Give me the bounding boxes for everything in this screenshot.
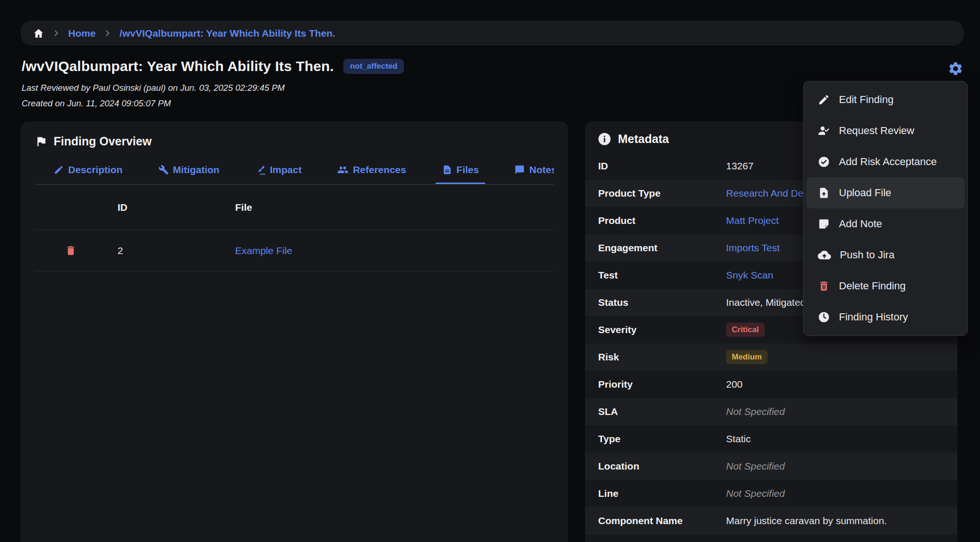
severity-badge: Critical [726, 323, 765, 337]
breadcrumb-page-link[interactable]: /wvVIQalbumpart: Year Which Ability Its … [119, 28, 335, 39]
chevron-right-icon [103, 29, 112, 38]
wrench-icon [158, 165, 169, 175]
circle-check-icon [818, 156, 830, 168]
row-value: 13267 [726, 160, 753, 172]
row-label: Status [598, 297, 726, 308]
title-row: /wvVIQalbumpart: Year Which Ability Its … [22, 58, 783, 74]
menu-item-request-review[interactable]: Request Review [804, 115, 967, 146]
menu-item-label: Upload File [839, 187, 891, 199]
row-label: Engagement [598, 242, 726, 254]
menu-item-add-note[interactable]: Add Note [804, 208, 967, 239]
row-value: Inactive, Mitigated [726, 297, 806, 308]
chevron-right-icon [52, 29, 61, 38]
metadata-row-sla: SLA Not Specified [585, 398, 957, 425]
page-title: /wvVIQalbumpart: Year Which Ability Its … [22, 58, 334, 74]
menu-item-label: Delete Finding [839, 280, 906, 292]
metadata-row-priority: Priority 200 [585, 371, 957, 398]
tab-files[interactable]: Files [435, 162, 486, 184]
finding-overview-title: Finding Overview [35, 135, 554, 148]
menu-item-delete-finding[interactable]: Delete Finding [804, 271, 967, 302]
file-id-cell: 2 [118, 245, 235, 256]
comment-icon [514, 165, 525, 175]
tab-label: Notes [529, 164, 554, 175]
home-icon[interactable] [33, 28, 44, 39]
menu-item-label: Push to Jira [840, 249, 894, 261]
row-label: Location [598, 461, 726, 472]
metadata-row-risk: Risk Medium [585, 343, 957, 371]
file-link[interactable]: Example File [235, 245, 292, 256]
metadata-row-location: Location Not Specified [585, 453, 957, 480]
gear-icon [948, 61, 964, 77]
menu-item-label: Request Review [839, 125, 914, 137]
menu-item-label: Add Risk Acceptance [839, 156, 937, 168]
engagement-link[interactable]: Imports Test [726, 242, 780, 254]
row-value: Not Specified [726, 406, 785, 417]
test-link[interactable]: Snyk Scan [726, 270, 773, 281]
trash-icon [818, 280, 830, 292]
finding-tabs: Description Mitigation Impact References… [35, 162, 554, 185]
finding-overview-title-text: Finding Overview [54, 135, 151, 148]
page-header: /wvVIQalbumpart: Year Which Ability Its … [22, 58, 783, 109]
tab-references[interactable]: References [331, 162, 412, 184]
breadcrumb: Home /wvVIQalbumpart: Year Which Ability… [21, 21, 964, 46]
files-table: ID File 2 Example File [35, 185, 554, 271]
row-label: Type [598, 433, 726, 445]
settings-button[interactable] [947, 60, 964, 77]
breadcrumb-home-link[interactable]: Home [68, 28, 95, 39]
menu-item-add-risk-acceptance[interactable]: Add Risk Acceptance [804, 146, 967, 177]
table-row: 2 Example File [35, 230, 554, 271]
cloud-arrow-up-icon [818, 248, 831, 262]
row-value: 200 [726, 379, 743, 390]
tab-description[interactable]: Description [47, 162, 129, 184]
tab-notes[interactable]: Notes [508, 162, 554, 184]
row-value: Not Specified [726, 488, 785, 499]
metadata-row-line: Line Not Specified [585, 480, 957, 507]
row-label: Severity [598, 324, 726, 335]
tab-label: Mitigation [173, 164, 220, 175]
metadata-row-type: Type Static [585, 425, 957, 453]
file-arrow-up-icon [818, 187, 830, 199]
finding-actions-menu: Edit Finding Request Review Add Risk Acc… [803, 81, 968, 336]
menu-item-upload-file[interactable]: Upload File [806, 177, 964, 208]
note-icon [818, 218, 830, 230]
pencil-icon [54, 165, 64, 175]
menu-item-edit-finding[interactable]: Edit Finding [804, 84, 967, 115]
menu-item-finding-history[interactable]: Finding History [804, 302, 967, 333]
file-lines-icon [442, 165, 452, 175]
risk-badge: Medium [726, 350, 767, 364]
metadata-title-text: Metadata [618, 132, 669, 146]
pencil-icon [818, 94, 830, 106]
row-value: Marry justice caravan by summation. [726, 515, 887, 526]
tab-label: References [353, 164, 406, 175]
status-badge: not_affected [343, 59, 404, 74]
last-reviewed-text: Last Reviewed by Paul Osinski (paul) on … [22, 83, 783, 93]
metadata-row-component-name: Component Name Marry justice caravan by … [585, 507, 957, 534]
file-column-header: File [235, 202, 554, 213]
files-table-header: ID File [35, 185, 554, 230]
row-label: Product Type [598, 188, 726, 199]
row-label: Risk [598, 351, 726, 363]
row-label: Component Name [598, 515, 726, 526]
finding-overview-card: Finding Overview Description Mitigation … [21, 121, 568, 542]
tab-label: Impact [270, 164, 302, 175]
row-value: Static [726, 433, 751, 445]
menu-item-label: Edit Finding [839, 94, 893, 106]
menu-item-push-to-jira[interactable]: Push to Jira [804, 239, 967, 271]
row-label: Priority [598, 379, 726, 390]
gavel-icon [255, 165, 266, 175]
trash-icon [65, 245, 77, 256]
delete-file-button[interactable] [65, 245, 77, 256]
flag-icon [35, 135, 47, 148]
row-label: ID [598, 160, 726, 172]
id-column-header: ID [118, 202, 235, 213]
created-text: Created on Jun. 11, 2024 09:05:07 PM [22, 98, 783, 109]
row-label: Test [598, 270, 726, 281]
info-icon [597, 132, 612, 146]
user-check-icon [818, 125, 830, 137]
tab-label: Description [68, 164, 123, 175]
tab-impact[interactable]: Impact [249, 162, 308, 184]
tab-mitigation[interactable]: Mitigation [152, 162, 226, 184]
product-link[interactable]: Matt Project [726, 215, 779, 226]
row-value: Not Specified [726, 461, 785, 472]
metadata-row-component-version: Component Version 1.0.10 [585, 534, 957, 542]
